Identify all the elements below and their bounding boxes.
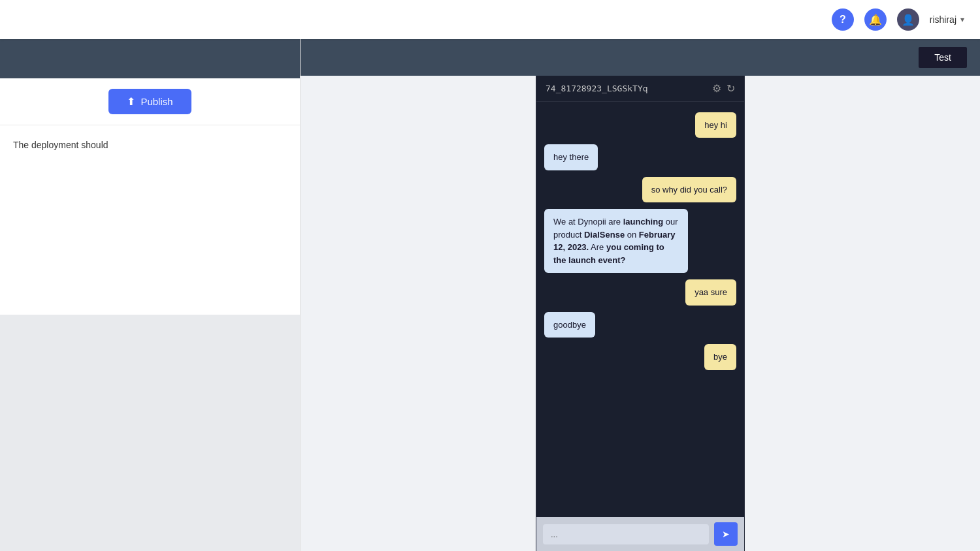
username-label: rishiraj xyxy=(930,14,956,25)
topbar: ? 🔔 👤 rishiraj ▾ xyxy=(0,0,980,39)
editor-text: The deployment should xyxy=(13,138,287,152)
settings-icon[interactable]: ⚙ xyxy=(712,82,721,95)
user-menu[interactable]: rishiraj ▾ xyxy=(930,14,964,25)
chat-title-icons: ⚙ ↻ xyxy=(712,82,735,95)
chat-input[interactable] xyxy=(543,524,709,544)
message-text-3: so why did you call? xyxy=(651,185,727,195)
refresh-icon[interactable]: ↻ xyxy=(727,82,735,95)
chat-title-bar: 74_81728923_LSGSkTYq ⚙ ↻ xyxy=(536,76,744,102)
publish-label: Publish xyxy=(140,96,172,107)
left-panel: ⬆ Publish The deployment should xyxy=(0,39,301,551)
chevron-down-icon: ▾ xyxy=(960,15,964,24)
message-7: bye xyxy=(704,344,736,370)
chat-window: 74_81728923_LSGSkTYq ⚙ ↻ hey hi hey ther… xyxy=(536,76,745,551)
editor-content: The deployment should xyxy=(0,125,300,315)
right-top-bar: Test xyxy=(301,39,980,76)
help-button[interactable]: ? xyxy=(832,8,854,31)
main-area: ⬆ Publish The deployment should Test 74_… xyxy=(0,39,980,551)
message-3: so why did you call? xyxy=(642,177,736,203)
bottom-panel xyxy=(0,315,300,551)
notifications-button[interactable]: 🔔 xyxy=(864,8,887,31)
test-button[interactable]: Test xyxy=(919,47,967,68)
message-1: hey hi xyxy=(695,112,736,138)
chat-messages: hey hi hey there so why did you call? We… xyxy=(536,102,744,517)
message-2: hey there xyxy=(544,144,598,170)
left-toolbar xyxy=(0,39,300,78)
message-text-2: hey there xyxy=(553,152,589,162)
send-button[interactable]: ➤ xyxy=(714,522,738,546)
message-text-7: bye xyxy=(713,352,727,362)
editor-area: ⬆ Publish The deployment should xyxy=(0,78,300,315)
message-text-6: goodbye xyxy=(553,320,586,330)
message-6: goodbye xyxy=(544,312,595,338)
message-text-1: hey hi xyxy=(704,120,727,130)
send-icon: ➤ xyxy=(722,529,730,539)
upload-icon: ⬆ xyxy=(127,95,135,108)
message-5: yaa sure xyxy=(685,279,736,306)
publish-bar: ⬆ Publish xyxy=(0,78,300,125)
help-icon: ? xyxy=(840,14,846,25)
publish-button[interactable]: ⬆ Publish xyxy=(108,89,191,114)
user-avatar[interactable]: 👤 xyxy=(897,8,919,31)
chat-channel-id: 74_81728923_LSGSkTYq xyxy=(546,84,648,93)
chat-input-bar: ➤ xyxy=(536,517,744,551)
message-text-5: yaa sure xyxy=(694,287,727,297)
right-wrapper: Test 74_81728923_LSGSkTYq ⚙ ↻ hey hi xyxy=(301,39,980,551)
message-4: We at Dynopii are launching our product … xyxy=(544,209,688,273)
user-icon: 👤 xyxy=(902,14,915,26)
bell-icon: 🔔 xyxy=(869,14,882,26)
message-text-4: We at Dynopii are launching our product … xyxy=(553,217,678,265)
